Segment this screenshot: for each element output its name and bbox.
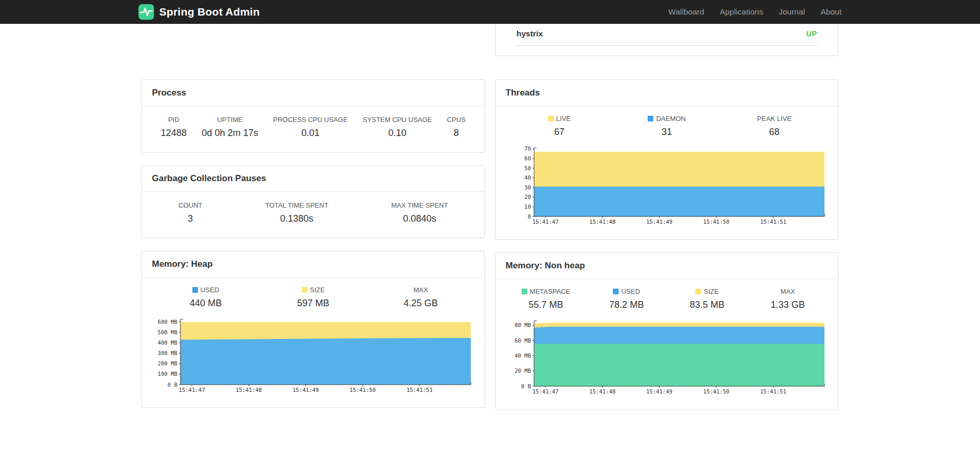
live-swatch-icon xyxy=(548,116,554,121)
svg-text:15:41:49: 15:41:49 xyxy=(646,219,673,225)
nav-item-applications[interactable]: Applications xyxy=(720,7,763,17)
legend-item-size: SIZE 597 MB xyxy=(259,286,367,309)
svg-text:50: 50 xyxy=(524,165,531,171)
svg-text:0 B: 0 B xyxy=(521,383,531,389)
stat-system-cpu-usage: SYSTEM CPU USAGE 0.10 xyxy=(362,116,432,139)
svg-text:15:41:48: 15:41:48 xyxy=(589,388,615,394)
application-row[interactable]: hystrix UP xyxy=(515,24,818,46)
threads-panel: Threads LIVE 67 DAEMON 31 PEAK LIVE 68 xyxy=(495,79,838,240)
svg-text:60 MB: 60 MB xyxy=(514,337,531,344)
memory-heap-legend: USED 440 MB SIZE 597 MB MAX 4.25 GB xyxy=(152,286,474,309)
right-column: hystrix UP Threads LIVE 67 DAEMON 31 xyxy=(495,24,838,422)
navbar-inner: Spring Boot Admin Wallboard Applications… xyxy=(138,4,842,20)
svg-text:15:41:51: 15:41:51 xyxy=(760,388,787,394)
stat-value: 0d 0h 2m 17s xyxy=(202,128,258,139)
nav-item-journal[interactable]: Journal xyxy=(779,7,805,17)
stat-label: TOTAL TIME SPENT xyxy=(265,201,329,209)
memory-nonheap-panel-title: Memory: Non heap xyxy=(496,253,838,279)
legend-item-max: MAX 1.33 GB xyxy=(748,288,829,310)
svg-text:500 MB: 500 MB xyxy=(158,329,177,335)
stat-gc-max-time: MAX TIME SPENT 0.0840s xyxy=(391,201,448,224)
svg-text:60: 60 xyxy=(524,155,531,161)
legend-value: 1.33 GB xyxy=(748,299,829,310)
stat-value: 0.0840s xyxy=(391,213,448,224)
svg-text:80 MB: 80 MB xyxy=(514,322,531,328)
size-swatch-icon xyxy=(302,287,307,293)
brand-logo-icon xyxy=(138,4,154,20)
svg-text:70: 70 xyxy=(524,145,531,152)
stat-value: 0.10 xyxy=(362,128,432,139)
legend-label: DAEMON xyxy=(613,115,720,122)
svg-text:15:41:47: 15:41:47 xyxy=(533,219,559,225)
nav-item-about[interactable]: About xyxy=(820,7,842,17)
svg-text:30: 30 xyxy=(524,184,531,190)
process-panel-title: Process xyxy=(142,80,484,106)
gc-panel-title: Garbage Collection Pauses xyxy=(142,166,484,192)
threads-legend: LIVE 67 DAEMON 31 PEAK LIVE 68 xyxy=(506,115,828,138)
nav-links: Wallboard Applications Journal About xyxy=(668,7,842,17)
stat-value: 0.01 xyxy=(273,128,348,139)
svg-text:15:41:47: 15:41:47 xyxy=(179,387,205,393)
stat-value: 3 xyxy=(178,213,202,224)
svg-text:15:41:50: 15:41:50 xyxy=(703,219,730,225)
legend-value: 55.7 MB xyxy=(506,299,586,310)
svg-text:100 MB: 100 MB xyxy=(158,371,177,377)
memory-heap-chart: 0 B100 MB200 MB300 MB400 MB500 MB600 MB1… xyxy=(152,315,473,396)
gc-panel: Garbage Collection Pauses COUNT 3 TOTAL … xyxy=(142,165,485,238)
svg-text:15:41:50: 15:41:50 xyxy=(703,388,730,394)
memory-heap-panel-title: Memory: Heap xyxy=(142,251,484,278)
legend-label: MAX xyxy=(367,286,474,294)
legend-item-peak-live: PEAK LIVE 68 xyxy=(721,115,828,138)
legend-item-live: LIVE 67 xyxy=(506,115,613,138)
legend-label: PEAK LIVE xyxy=(721,115,828,122)
svg-text:20: 20 xyxy=(524,194,531,200)
brand-title: Spring Boot Admin xyxy=(159,6,260,18)
svg-text:15:41:51: 15:41:51 xyxy=(760,219,787,225)
nav-item-wallboard[interactable]: Wallboard xyxy=(668,7,704,17)
svg-text:600 MB: 600 MB xyxy=(158,319,177,325)
legend-item-used: USED 78.2 MB xyxy=(586,288,667,310)
threads-chart: 01020304050607015:41:4715:41:4815:41:491… xyxy=(506,144,827,228)
svg-text:15:41:48: 15:41:48 xyxy=(235,387,262,393)
stat-label: SYSTEM CPU USAGE xyxy=(362,116,432,124)
memory-heap-panel: Memory: Heap USED 440 MB SIZE 597 MB MAX… xyxy=(142,251,485,408)
size-swatch-icon xyxy=(695,289,701,294)
svg-text:15:41:49: 15:41:49 xyxy=(292,387,319,393)
svg-text:15:41:49: 15:41:49 xyxy=(646,388,673,394)
stat-label: MAX TIME SPENT xyxy=(391,201,448,209)
legend-value: 440 MB xyxy=(152,298,259,309)
svg-text:40 MB: 40 MB xyxy=(514,352,531,359)
daemon-swatch-icon xyxy=(648,116,653,121)
legend-label: USED xyxy=(152,286,259,294)
legend-value: 4.25 GB xyxy=(367,298,474,309)
applications-panel: hystrix UP xyxy=(495,24,838,56)
svg-text:15:41:51: 15:41:51 xyxy=(407,387,433,393)
legend-label: MAX xyxy=(748,288,829,295)
stat-value: 0.1380s xyxy=(265,213,329,224)
memory-nonheap-chart: 0 B20 MB40 MB60 MB80 MB15:41:4715:41:481… xyxy=(506,317,827,398)
stat-pid: PID 12488 xyxy=(161,116,187,139)
legend-label: LIVE xyxy=(506,115,613,122)
application-status-badge: UP xyxy=(806,30,817,38)
threads-panel-title: Threads xyxy=(496,80,838,106)
stat-process-cpu-usage: PROCESS CPU USAGE 0.01 xyxy=(273,116,348,139)
svg-text:15:41:47: 15:41:47 xyxy=(533,388,559,394)
legend-label: USED xyxy=(586,288,667,295)
used-swatch-icon xyxy=(192,287,198,293)
legend-item-daemon: DAEMON 31 xyxy=(613,115,720,138)
legend-value: 83.5 MB xyxy=(667,299,748,310)
stat-label: PID xyxy=(161,116,187,124)
application-name: hystrix xyxy=(516,29,543,38)
process-stats: PID 12488 UPTIME 0d 0h 2m 17s PROCESS CP… xyxy=(142,106,484,152)
gc-stats: COUNT 3 TOTAL TIME SPENT 0.1380s MAX TIM… xyxy=(142,192,484,238)
metaspace-swatch-icon xyxy=(522,289,527,294)
legend-item-max: MAX 4.25 GB xyxy=(367,286,474,309)
svg-text:15:41:48: 15:41:48 xyxy=(589,219,615,225)
svg-text:40: 40 xyxy=(524,174,531,181)
navbar: Spring Boot Admin Wallboard Applications… xyxy=(0,0,980,24)
legend-label: SIZE xyxy=(667,288,748,295)
memory-heap-body: USED 440 MB SIZE 597 MB MAX 4.25 GB 0 B1… xyxy=(142,278,484,407)
svg-text:10: 10 xyxy=(524,203,531,210)
brand[interactable]: Spring Boot Admin xyxy=(138,4,260,20)
svg-text:15:41:50: 15:41:50 xyxy=(349,387,376,393)
